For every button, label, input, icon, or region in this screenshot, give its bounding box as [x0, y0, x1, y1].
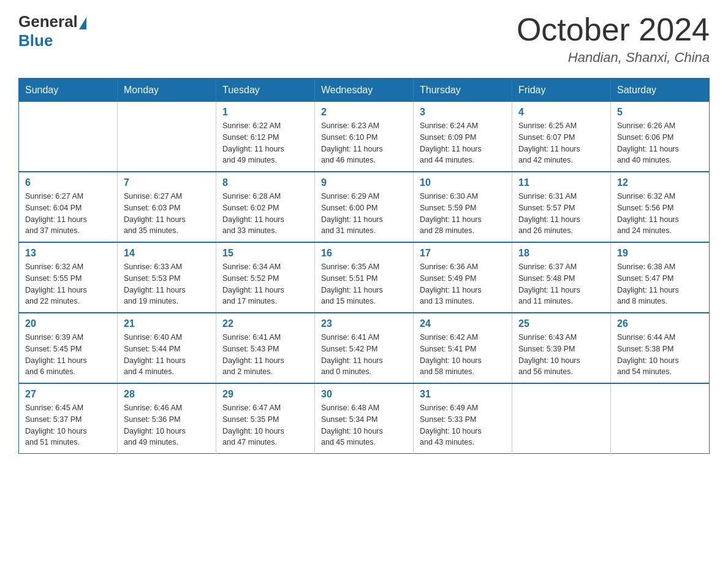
day-number: 16	[321, 248, 407, 259]
calendar-cell: 19Sunrise: 6:38 AMSunset: 5:47 PMDayligh…	[611, 242, 710, 313]
day-info: Sunrise: 6:46 AMSunset: 5:36 PMDaylight:…	[124, 402, 210, 448]
calendar-table: SundayMondayTuesdayWednesdayThursdayFrid…	[18, 78, 710, 454]
calendar-body: 1Sunrise: 6:22 AMSunset: 6:12 PMDaylight…	[19, 102, 710, 454]
day-info: Sunrise: 6:41 AMSunset: 5:42 PMDaylight:…	[321, 332, 407, 378]
day-number: 14	[124, 248, 210, 259]
day-number: 30	[321, 389, 407, 400]
calendar-cell: 29Sunrise: 6:47 AMSunset: 5:35 PMDayligh…	[216, 383, 315, 454]
week-row-4: 20Sunrise: 6:39 AMSunset: 5:45 PMDayligh…	[19, 313, 710, 383]
calendar-cell: 8Sunrise: 6:28 AMSunset: 6:02 PMDaylight…	[216, 172, 315, 242]
day-number: 4	[518, 107, 604, 118]
day-info: Sunrise: 6:28 AMSunset: 6:02 PMDaylight:…	[222, 191, 308, 237]
day-header-tuesday: Tuesday	[216, 79, 315, 102]
title-section: October 2024 Handian, Shanxi, China	[517, 12, 710, 66]
calendar-cell: 31Sunrise: 6:49 AMSunset: 5:33 PMDayligh…	[414, 383, 512, 454]
calendar-cell: 7Sunrise: 6:27 AMSunset: 6:03 PMDaylight…	[118, 172, 216, 242]
logo: General Blue	[18, 12, 86, 50]
day-info: Sunrise: 6:37 AMSunset: 5:48 PMDaylight:…	[518, 261, 604, 307]
week-row-5: 27Sunrise: 6:45 AMSunset: 5:37 PMDayligh…	[19, 383, 710, 454]
calendar-header: SundayMondayTuesdayWednesdayThursdayFrid…	[19, 79, 710, 102]
day-number: 26	[617, 318, 703, 329]
day-info: Sunrise: 6:33 AMSunset: 5:53 PMDaylight:…	[124, 261, 210, 307]
day-number: 3	[420, 107, 506, 118]
day-number: 11	[518, 177, 604, 188]
day-number: 31	[420, 389, 506, 400]
day-header-monday: Monday	[118, 79, 216, 102]
day-number: 25	[518, 318, 604, 329]
day-number: 6	[25, 177, 111, 188]
day-info: Sunrise: 6:27 AMSunset: 6:04 PMDaylight:…	[25, 191, 111, 237]
page-header: General Blue October 2024 Handian, Shanx…	[18, 12, 710, 66]
day-info: Sunrise: 6:45 AMSunset: 5:37 PMDaylight:…	[25, 402, 111, 448]
week-row-2: 6Sunrise: 6:27 AMSunset: 6:04 PMDaylight…	[19, 172, 710, 242]
calendar-cell: 13Sunrise: 6:32 AMSunset: 5:55 PMDayligh…	[19, 242, 118, 313]
calendar-cell: 27Sunrise: 6:45 AMSunset: 5:37 PMDayligh…	[19, 383, 118, 454]
calendar-cell: 10Sunrise: 6:30 AMSunset: 5:59 PMDayligh…	[414, 172, 512, 242]
calendar-cell: 20Sunrise: 6:39 AMSunset: 5:45 PMDayligh…	[19, 313, 118, 383]
day-number: 1	[222, 107, 308, 118]
day-header-sunday: Sunday	[19, 79, 118, 102]
calendar-cell: 24Sunrise: 6:42 AMSunset: 5:41 PMDayligh…	[414, 313, 512, 383]
day-number: 15	[222, 248, 308, 259]
day-number: 29	[222, 389, 308, 400]
calendar-cell: 4Sunrise: 6:25 AMSunset: 6:07 PMDaylight…	[512, 102, 611, 172]
logo-general-text: General	[18, 12, 78, 31]
day-info: Sunrise: 6:47 AMSunset: 5:35 PMDaylight:…	[222, 402, 308, 448]
day-number: 12	[617, 177, 703, 188]
day-header-friday: Friday	[512, 79, 611, 102]
day-info: Sunrise: 6:36 AMSunset: 5:49 PMDaylight:…	[420, 261, 506, 307]
calendar-cell	[512, 383, 611, 454]
calendar-cell: 11Sunrise: 6:31 AMSunset: 5:57 PMDayligh…	[512, 172, 611, 242]
calendar-cell: 6Sunrise: 6:27 AMSunset: 6:04 PMDaylight…	[19, 172, 118, 242]
logo-triangle-icon	[79, 17, 86, 29]
day-number: 7	[124, 177, 210, 188]
day-number: 28	[124, 389, 210, 400]
day-number: 8	[222, 177, 308, 188]
day-info: Sunrise: 6:29 AMSunset: 6:00 PMDaylight:…	[321, 191, 407, 237]
day-info: Sunrise: 6:34 AMSunset: 5:52 PMDaylight:…	[222, 261, 308, 307]
month-title: October 2024	[517, 12, 710, 47]
day-number: 19	[617, 248, 703, 259]
calendar-cell: 25Sunrise: 6:43 AMSunset: 5:39 PMDayligh…	[512, 313, 611, 383]
calendar-cell: 17Sunrise: 6:36 AMSunset: 5:49 PMDayligh…	[414, 242, 512, 313]
day-info: Sunrise: 6:31 AMSunset: 5:57 PMDaylight:…	[518, 191, 604, 237]
calendar-cell	[118, 102, 216, 172]
day-number: 21	[124, 318, 210, 329]
day-info: Sunrise: 6:43 AMSunset: 5:39 PMDaylight:…	[518, 332, 604, 378]
calendar-cell: 5Sunrise: 6:26 AMSunset: 6:06 PMDaylight…	[611, 102, 710, 172]
day-info: Sunrise: 6:38 AMSunset: 5:47 PMDaylight:…	[617, 261, 703, 307]
calendar-cell: 30Sunrise: 6:48 AMSunset: 5:34 PMDayligh…	[315, 383, 414, 454]
day-headers-row: SundayMondayTuesdayWednesdayThursdayFrid…	[19, 79, 710, 102]
day-info: Sunrise: 6:40 AMSunset: 5:44 PMDaylight:…	[124, 332, 210, 378]
day-info: Sunrise: 6:39 AMSunset: 5:45 PMDaylight:…	[25, 332, 111, 378]
calendar-cell	[19, 102, 118, 172]
day-number: 27	[25, 389, 111, 400]
calendar-cell: 21Sunrise: 6:40 AMSunset: 5:44 PMDayligh…	[118, 313, 216, 383]
day-info: Sunrise: 6:42 AMSunset: 5:41 PMDaylight:…	[420, 332, 506, 378]
day-header-thursday: Thursday	[414, 79, 512, 102]
calendar-cell: 3Sunrise: 6:24 AMSunset: 6:09 PMDaylight…	[414, 102, 512, 172]
calendar-cell: 16Sunrise: 6:35 AMSunset: 5:51 PMDayligh…	[315, 242, 414, 313]
calendar-cell: 28Sunrise: 6:46 AMSunset: 5:36 PMDayligh…	[118, 383, 216, 454]
week-row-1: 1Sunrise: 6:22 AMSunset: 6:12 PMDaylight…	[19, 102, 710, 172]
calendar-cell: 15Sunrise: 6:34 AMSunset: 5:52 PMDayligh…	[216, 242, 315, 313]
day-info: Sunrise: 6:25 AMSunset: 6:07 PMDaylight:…	[518, 120, 604, 166]
day-info: Sunrise: 6:41 AMSunset: 5:43 PMDaylight:…	[222, 332, 308, 378]
day-info: Sunrise: 6:23 AMSunset: 6:10 PMDaylight:…	[321, 120, 407, 166]
calendar-cell: 2Sunrise: 6:23 AMSunset: 6:10 PMDaylight…	[315, 102, 414, 172]
day-info: Sunrise: 6:35 AMSunset: 5:51 PMDaylight:…	[321, 261, 407, 307]
day-number: 17	[420, 248, 506, 259]
day-number: 5	[617, 107, 703, 118]
calendar-cell: 12Sunrise: 6:32 AMSunset: 5:56 PMDayligh…	[611, 172, 710, 242]
day-number: 2	[321, 107, 407, 118]
calendar-cell: 14Sunrise: 6:33 AMSunset: 5:53 PMDayligh…	[118, 242, 216, 313]
day-info: Sunrise: 6:44 AMSunset: 5:38 PMDaylight:…	[617, 332, 703, 378]
week-row-3: 13Sunrise: 6:32 AMSunset: 5:55 PMDayligh…	[19, 242, 710, 313]
day-number: 22	[222, 318, 308, 329]
day-number: 9	[321, 177, 407, 188]
calendar-cell: 18Sunrise: 6:37 AMSunset: 5:48 PMDayligh…	[512, 242, 611, 313]
calendar-cell	[611, 383, 710, 454]
day-info: Sunrise: 6:32 AMSunset: 5:55 PMDaylight:…	[25, 261, 111, 307]
day-number: 20	[25, 318, 111, 329]
logo-blue-text: Blue	[18, 31, 53, 50]
